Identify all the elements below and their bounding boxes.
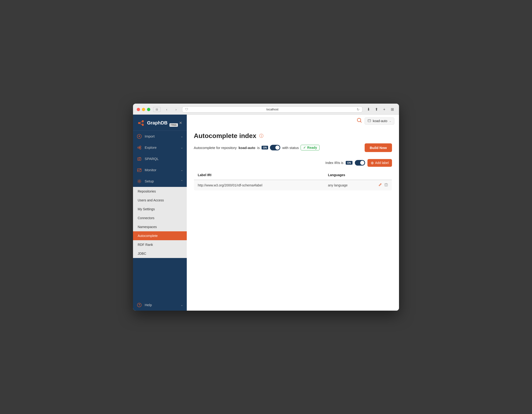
label-iri-table: Label IRI Languages http://www.w3.org/20… bbox=[194, 170, 392, 191]
traffic-lights bbox=[137, 108, 150, 111]
status-repo-name: koad-auto bbox=[238, 146, 255, 150]
svg-point-10 bbox=[140, 148, 141, 149]
share-btn[interactable]: ⬆ bbox=[373, 106, 379, 112]
maximize-light[interactable] bbox=[147, 108, 150, 111]
svg-point-17 bbox=[139, 306, 140, 306]
nav-item-left: Explore bbox=[137, 145, 157, 150]
svg-line-12 bbox=[139, 148, 140, 148]
plus-icon: ⊕ bbox=[371, 161, 374, 165]
address-text: localhost bbox=[266, 108, 278, 111]
index-iris-label: Index IRIs is bbox=[325, 161, 343, 165]
table-header-row: Label IRI Languages bbox=[194, 170, 392, 180]
delete-btn[interactable] bbox=[384, 183, 388, 187]
edit-btn[interactable] bbox=[378, 183, 382, 187]
download-btn[interactable]: ⬇ bbox=[365, 106, 371, 112]
nav-item-left: SPARQL bbox=[137, 156, 159, 161]
explore-chevron: ⌄ bbox=[181, 146, 183, 149]
sidebar-toggle-btn[interactable]: ⊟ bbox=[153, 107, 161, 112]
sidebar-item-users-access[interactable]: Users and Access bbox=[133, 196, 187, 205]
sparql-icon bbox=[137, 156, 142, 161]
sidebar-item-autocomplete[interactable]: Autocomplete bbox=[133, 231, 187, 240]
table-row: http://www.w3.org/2000/01/rdf-schema#lab… bbox=[194, 180, 392, 191]
sidebar-item-namespaces[interactable]: Namespaces bbox=[133, 222, 187, 231]
browser-chrome: ⊟ ‹ › 🛡 localhost ↻ ⬇ ⬆ + ⊞ bbox=[133, 104, 399, 115]
sidebar-item-setup[interactable]: Setup ⌃ bbox=[133, 176, 187, 187]
nav-item-left: Setup bbox=[137, 179, 154, 184]
svg-point-15 bbox=[139, 181, 140, 182]
page-title: Autocomplete index bbox=[194, 132, 256, 140]
index-iris-row: Index IRIs is ON ⊕ Add label bbox=[194, 159, 392, 167]
status-row: Autocomplete for repository koad-auto is… bbox=[194, 143, 392, 152]
info-icon[interactable]: ⓘ bbox=[259, 133, 263, 139]
col-label-iri: Label IRI bbox=[194, 170, 324, 180]
users-access-label: Users and Access bbox=[138, 198, 164, 202]
svg-line-11 bbox=[139, 147, 140, 148]
svg-rect-21 bbox=[385, 184, 388, 186]
help-chevron: ⌄ bbox=[181, 303, 183, 307]
address-bar[interactable]: 🛡 localhost ↻ bbox=[182, 106, 362, 112]
back-btn[interactable]: ‹ bbox=[163, 107, 170, 112]
monitor-chevron: ⌄ bbox=[181, 168, 183, 172]
nav-item-left: Monitor bbox=[137, 168, 156, 173]
ready-check-icon: ✓ bbox=[303, 146, 306, 149]
app-layout: GraphDB FREE ✕ Import ⌄ bbox=[133, 115, 399, 311]
repo-name-text: koad-auto bbox=[373, 119, 387, 123]
add-label-btn[interactable]: ⊕ Add label bbox=[367, 159, 392, 167]
sidebar-item-import[interactable]: Import ⌄ bbox=[133, 131, 187, 142]
repo-selector[interactable]: koad-auto ⌄ bbox=[365, 118, 394, 125]
sidebar-item-sparql[interactable]: SPARQL bbox=[133, 153, 187, 164]
import-chevron: ⌄ bbox=[181, 135, 183, 138]
graphdb-logo-icon bbox=[137, 119, 145, 127]
sidebar-item-rdf-rank[interactable]: RDF Rank bbox=[133, 240, 187, 249]
minimize-light[interactable] bbox=[142, 108, 145, 111]
setup-sub-items: Repositories Users and Access My Setting… bbox=[133, 187, 187, 258]
connectors-label: Connectors bbox=[138, 216, 154, 220]
svg-line-19 bbox=[360, 121, 361, 123]
help-icon bbox=[137, 302, 142, 308]
forward-btn[interactable]: › bbox=[173, 107, 179, 112]
rdf-rank-label: RDF Rank bbox=[138, 243, 153, 246]
sidebar-collapse-btn[interactable]: ✕ bbox=[178, 120, 183, 126]
layout-icon: ⊟ bbox=[156, 108, 158, 111]
languages-cell: any language bbox=[324, 180, 373, 191]
explore-label: Explore bbox=[145, 146, 157, 149]
sidebar-item-jdbc[interactable]: JDBC bbox=[133, 249, 187, 258]
sidebar-item-my-settings[interactable]: My Settings bbox=[133, 205, 187, 214]
sidebar-item-monitor[interactable]: Monitor ⌄ bbox=[133, 164, 187, 176]
new-tab-btn[interactable]: + bbox=[381, 106, 387, 112]
monitor-label: Monitor bbox=[145, 168, 156, 172]
explore-icon bbox=[137, 145, 142, 150]
close-light[interactable] bbox=[137, 108, 140, 111]
reload-icon[interactable]: ↻ bbox=[357, 108, 360, 111]
grid-btn[interactable]: ⊞ bbox=[389, 106, 395, 112]
autocomplete-toggle[interactable] bbox=[270, 145, 280, 150]
logo-area: GraphDB FREE bbox=[137, 119, 178, 127]
help-label: Help bbox=[145, 303, 152, 307]
index-iris-on-badge: ON bbox=[346, 161, 352, 165]
import-icon bbox=[137, 134, 142, 139]
search-btn[interactable] bbox=[357, 118, 362, 124]
svg-rect-20 bbox=[368, 119, 371, 122]
svg-point-8 bbox=[138, 147, 139, 148]
svg-point-9 bbox=[140, 146, 141, 147]
setup-icon bbox=[137, 179, 142, 184]
sidebar-item-repositories[interactable]: Repositories bbox=[133, 187, 187, 196]
sidebar: GraphDB FREE ✕ Import ⌄ bbox=[133, 115, 187, 311]
actions-cell bbox=[373, 180, 392, 191]
sidebar-item-explore[interactable]: Explore ⌄ bbox=[133, 142, 187, 153]
on-badge: ON bbox=[262, 146, 268, 149]
status-text-3: with status bbox=[282, 146, 299, 150]
sidebar-item-connectors[interactable]: Connectors bbox=[133, 214, 187, 222]
browser-actions: ⬇ ⬆ + ⊞ bbox=[365, 106, 395, 112]
index-iris-toggle[interactable] bbox=[355, 160, 365, 166]
page-title-row: Autocomplete index ⓘ bbox=[194, 132, 392, 140]
build-now-btn[interactable]: Build Now bbox=[365, 143, 392, 152]
col-languages: Languages bbox=[324, 170, 373, 180]
repositories-label: Repositories bbox=[138, 189, 156, 193]
autocomplete-label: Autocomplete bbox=[138, 234, 158, 238]
import-label: Import bbox=[145, 134, 155, 138]
sidebar-item-help[interactable]: Help ⌄ bbox=[133, 299, 187, 311]
nav-item-left: Import bbox=[137, 134, 155, 139]
svg-rect-14 bbox=[137, 169, 141, 172]
free-badge: FREE bbox=[170, 123, 178, 127]
